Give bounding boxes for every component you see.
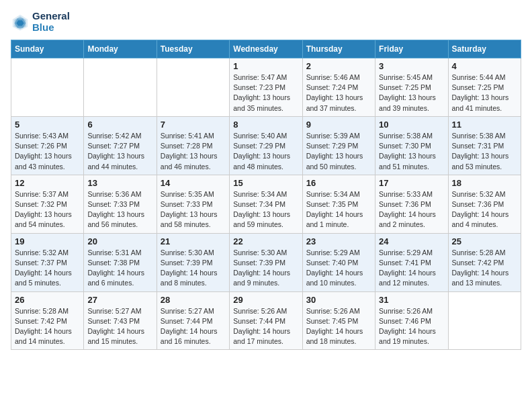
day-info: Sunrise: 5:47 AM Sunset: 7:23 PM Dayligh… [233,73,298,113]
calendar-day-cell: 24Sunrise: 5:29 AM Sunset: 7:41 PM Dayli… [375,233,448,291]
calendar-day-cell: 13Sunrise: 5:36 AM Sunset: 7:33 PM Dayli… [84,175,157,233]
day-number: 14 [161,178,226,188]
calendar-day-cell: 29Sunrise: 5:26 AM Sunset: 7:44 PM Dayli… [230,291,302,350]
day-info: Sunrise: 5:30 AM Sunset: 7:39 PM Dayligh… [233,248,298,289]
day-info: Sunrise: 5:43 AM Sunset: 7:26 PM Dayligh… [15,131,80,172]
logo: General Blue [11,11,70,33]
calendar-table: SundayMondayTuesdayWednesdayThursdayFrid… [11,40,521,350]
day-info: Sunrise: 5:35 AM Sunset: 7:33 PM Dayligh… [161,189,226,230]
weekday-header-row: SundayMondayTuesdayWednesdayThursdayFrid… [11,40,521,58]
calendar-day-cell: 16Sunrise: 5:34 AM Sunset: 7:35 PM Dayli… [302,175,375,233]
day-info: Sunrise: 5:34 AM Sunset: 7:35 PM Dayligh… [306,189,371,230]
day-number: 16 [306,178,371,188]
day-number: 21 [161,236,226,246]
day-info: Sunrise: 5:26 AM Sunset: 7:45 PM Dayligh… [306,306,371,347]
day-info: Sunrise: 5:37 AM Sunset: 7:32 PM Dayligh… [15,189,80,230]
day-info: Sunrise: 5:38 AM Sunset: 7:30 PM Dayligh… [379,131,444,172]
day-number: 3 [379,61,444,71]
day-number: 10 [379,120,444,130]
day-info: Sunrise: 5:38 AM Sunset: 7:31 PM Dayligh… [452,131,517,172]
calendar-day-cell: 8Sunrise: 5:40 AM Sunset: 7:29 PM Daylig… [230,116,302,175]
calendar-day-cell: 30Sunrise: 5:26 AM Sunset: 7:45 PM Dayli… [302,291,375,350]
day-number: 17 [379,178,444,188]
day-number: 7 [161,120,226,130]
calendar-day-cell: 5Sunrise: 5:43 AM Sunset: 7:26 PM Daylig… [11,116,84,175]
weekday-header: Sunday [11,40,84,58]
calendar-day-cell [157,58,229,117]
weekday-header: Tuesday [157,40,229,58]
day-info: Sunrise: 5:32 AM Sunset: 7:37 PM Dayligh… [15,248,80,289]
day-number: 19 [15,236,80,246]
day-info: Sunrise: 5:28 AM Sunset: 7:42 PM Dayligh… [452,248,517,289]
day-number: 5 [15,120,80,130]
day-info: Sunrise: 5:31 AM Sunset: 7:38 PM Dayligh… [87,248,152,289]
calendar-day-cell: 31Sunrise: 5:26 AM Sunset: 7:46 PM Dayli… [375,291,448,350]
day-info: Sunrise: 5:26 AM Sunset: 7:44 PM Dayligh… [233,306,298,347]
calendar-week-row: 5Sunrise: 5:43 AM Sunset: 7:26 PM Daylig… [11,116,521,175]
day-number: 24 [379,236,444,246]
calendar-day-cell: 7Sunrise: 5:41 AM Sunset: 7:28 PM Daylig… [157,116,229,175]
calendar-day-cell: 15Sunrise: 5:34 AM Sunset: 7:34 PM Dayli… [230,175,302,233]
calendar-day-cell: 12Sunrise: 5:37 AM Sunset: 7:32 PM Dayli… [11,175,84,233]
day-info: Sunrise: 5:46 AM Sunset: 7:24 PM Dayligh… [306,73,371,113]
day-number: 4 [452,61,517,71]
day-number: 26 [15,295,80,305]
weekday-header: Wednesday [230,40,302,58]
day-number: 20 [87,236,152,246]
calendar-day-cell: 25Sunrise: 5:28 AM Sunset: 7:42 PM Dayli… [448,233,521,291]
weekday-header: Friday [375,40,448,58]
calendar-day-cell: 17Sunrise: 5:33 AM Sunset: 7:36 PM Dayli… [375,175,448,233]
day-number: 30 [306,295,371,305]
day-info: Sunrise: 5:42 AM Sunset: 7:27 PM Dayligh… [87,131,152,172]
day-number: 6 [87,120,152,130]
calendar-day-cell: 1Sunrise: 5:47 AM Sunset: 7:23 PM Daylig… [230,58,302,117]
day-number: 18 [452,178,517,188]
logo-text: General Blue [32,11,70,33]
day-info: Sunrise: 5:39 AM Sunset: 7:29 PM Dayligh… [306,131,371,172]
calendar-day-cell [11,58,84,117]
day-info: Sunrise: 5:29 AM Sunset: 7:41 PM Dayligh… [379,248,444,289]
weekday-header: Thursday [302,40,375,58]
calendar-day-cell: 11Sunrise: 5:38 AM Sunset: 7:31 PM Dayli… [448,116,521,175]
day-number: 29 [233,295,298,305]
day-info: Sunrise: 5:33 AM Sunset: 7:36 PM Dayligh… [379,189,444,230]
calendar-day-cell: 10Sunrise: 5:38 AM Sunset: 7:30 PM Dayli… [375,116,448,175]
calendar-day-cell [448,291,521,350]
calendar-day-cell: 26Sunrise: 5:28 AM Sunset: 7:42 PM Dayli… [11,291,84,350]
calendar-day-cell: 22Sunrise: 5:30 AM Sunset: 7:39 PM Dayli… [230,233,302,291]
weekday-header: Saturday [448,40,521,58]
day-info: Sunrise: 5:27 AM Sunset: 7:43 PM Dayligh… [87,306,152,347]
day-info: Sunrise: 5:44 AM Sunset: 7:25 PM Dayligh… [452,73,517,113]
calendar-day-cell: 21Sunrise: 5:30 AM Sunset: 7:39 PM Dayli… [157,233,229,291]
day-info: Sunrise: 5:41 AM Sunset: 7:28 PM Dayligh… [161,131,226,172]
day-info: Sunrise: 5:40 AM Sunset: 7:29 PM Dayligh… [233,131,298,172]
calendar-day-cell: 9Sunrise: 5:39 AM Sunset: 7:29 PM Daylig… [302,116,375,175]
day-number: 12 [15,178,80,188]
day-info: Sunrise: 5:36 AM Sunset: 7:33 PM Dayligh… [87,189,152,230]
calendar-day-cell: 18Sunrise: 5:32 AM Sunset: 7:36 PM Dayli… [448,175,521,233]
day-info: Sunrise: 5:32 AM Sunset: 7:36 PM Dayligh… [452,189,517,230]
day-number: 27 [87,295,152,305]
calendar-week-row: 12Sunrise: 5:37 AM Sunset: 7:32 PM Dayli… [11,175,521,233]
weekday-header: Monday [84,40,157,58]
day-number: 13 [87,178,152,188]
calendar-day-cell: 3Sunrise: 5:45 AM Sunset: 7:25 PM Daylig… [375,58,448,117]
day-number: 31 [379,295,444,305]
day-info: Sunrise: 5:29 AM Sunset: 7:40 PM Dayligh… [306,248,371,289]
calendar-day-cell: 23Sunrise: 5:29 AM Sunset: 7:40 PM Dayli… [302,233,375,291]
calendar-day-cell: 20Sunrise: 5:31 AM Sunset: 7:38 PM Dayli… [84,233,157,291]
page-header: General Blue [11,11,521,33]
day-info: Sunrise: 5:45 AM Sunset: 7:25 PM Dayligh… [379,73,444,113]
day-info: Sunrise: 5:30 AM Sunset: 7:39 PM Dayligh… [161,248,226,289]
calendar-day-cell: 4Sunrise: 5:44 AM Sunset: 7:25 PM Daylig… [448,58,521,117]
day-number: 2 [306,61,371,71]
day-number: 11 [452,120,517,130]
calendar-day-cell: 14Sunrise: 5:35 AM Sunset: 7:33 PM Dayli… [157,175,229,233]
day-info: Sunrise: 5:28 AM Sunset: 7:42 PM Dayligh… [15,306,80,347]
day-info: Sunrise: 5:26 AM Sunset: 7:46 PM Dayligh… [379,306,444,347]
calendar-week-row: 26Sunrise: 5:28 AM Sunset: 7:42 PM Dayli… [11,291,521,350]
day-number: 23 [306,236,371,246]
day-number: 8 [233,120,298,130]
calendar-week-row: 1Sunrise: 5:47 AM Sunset: 7:23 PM Daylig… [11,58,521,117]
day-number: 28 [161,295,226,305]
